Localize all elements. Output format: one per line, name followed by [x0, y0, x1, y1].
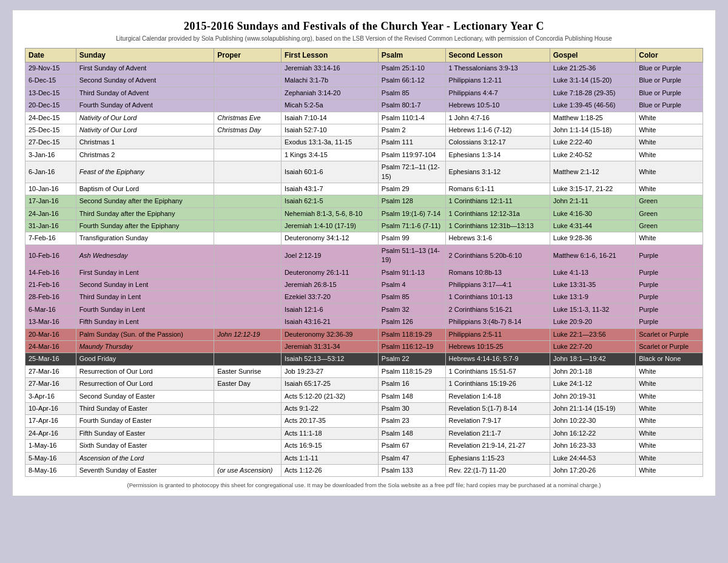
footer-text: (Permission is granted to photocopy this…	[25, 482, 703, 488]
cell-sunday: Fourth Sunday in Lent	[76, 303, 214, 315]
cell-sunday: Fourth Sunday of Advent	[76, 99, 214, 112]
cell-date: 7-Feb-16	[25, 232, 76, 244]
cell-gospel: Luke 4:31-44	[550, 220, 635, 232]
header-gospel: Gospel	[550, 49, 635, 62]
cell-proper	[214, 415, 281, 427]
cell-date: 14-Feb-16	[25, 266, 76, 278]
cell-first: Joel 2:12-19	[281, 244, 378, 266]
cell-date: 25-Dec-15	[25, 124, 76, 136]
cell-gospel: Matthew 2:1-12	[550, 161, 635, 183]
cell-sunday: Second Sunday after the Epiphany	[76, 195, 214, 207]
cell-second: Colossians 3:12-17	[445, 137, 550, 149]
cell-psalm: Psalm 85	[378, 291, 445, 303]
cell-sunday: Maundy Thursday	[76, 340, 214, 352]
cell-gospel: Matthew 6:1-6, 16-21	[550, 244, 635, 266]
cell-psalm: Psalm 118:19-29	[378, 328, 445, 340]
cell-gospel: Luke 9:28-36	[550, 232, 635, 244]
cell-second: Philippians 1:2-11	[445, 75, 550, 87]
table-row: 25-Mar-16 Good Friday Isaiah 52:13—53:12…	[25, 353, 703, 365]
cell-proper	[214, 303, 281, 315]
cell-second: Romans 10:8b-13	[445, 266, 550, 278]
cell-proper	[214, 402, 281, 414]
cell-proper	[214, 195, 281, 207]
cell-first: Isaiah 65:17-25	[281, 378, 378, 390]
cell-proper: (or use Ascension)	[214, 464, 281, 476]
cell-first: Acts 20:17-35	[281, 415, 378, 427]
cell-date: 20-Dec-15	[25, 99, 76, 112]
cell-color: White	[636, 112, 703, 124]
cell-sunday: Third Sunday after the Epiphany	[76, 207, 214, 220]
cell-color: Purple	[636, 279, 703, 291]
cell-date: 13-Mar-16	[25, 316, 76, 328]
cell-first: Isaiah 52:13—53:12	[281, 353, 378, 365]
cell-psalm: Psalm 19:(1-6) 7-14	[378, 207, 445, 220]
cell-psalm: Psalm 91:1-13	[378, 266, 445, 278]
cell-second: Romans 6:1-11	[445, 183, 550, 195]
cell-sunday: Nativity of Our Lord	[76, 112, 214, 124]
cell-date: 27-Dec-15	[25, 137, 76, 149]
header-date: Date	[25, 49, 76, 62]
cell-color: White	[636, 161, 703, 183]
cell-sunday: Resurrection of Our Lord	[76, 378, 214, 390]
cell-gospel: Luke 24:44-53	[550, 452, 635, 464]
cell-gospel: Luke 13:31-35	[550, 279, 635, 291]
table-row: 6-Mar-16 Fourth Sunday in Lent Isaiah 12…	[25, 303, 703, 315]
cell-proper: Easter Day	[214, 378, 281, 390]
cell-proper	[214, 279, 281, 291]
cell-date: 3-Jan-16	[25, 149, 76, 161]
cell-color: Green	[636, 220, 703, 232]
table-row: 24-Jan-16 Third Sunday after the Epiphan…	[25, 207, 703, 220]
table-header-row: Date Sunday Proper First Lesson Psalm Se…	[25, 49, 703, 62]
cell-gospel: Matthew 1:18-25	[550, 112, 635, 124]
cell-date: 10-Jan-16	[25, 183, 76, 195]
cell-first: Deuteronomy 34:1-12	[281, 232, 378, 244]
header-first: First Lesson	[281, 49, 378, 62]
cell-psalm: Psalm 111	[378, 137, 445, 149]
cell-proper	[214, 137, 281, 149]
cell-proper	[214, 266, 281, 278]
cell-first: Nehemiah 8:1-3, 5-6, 8-10	[281, 207, 378, 220]
cell-second: Revelation 21:1-7	[445, 427, 550, 439]
table-row: 10-Jan-16 Baptism of Our Lord Isaiah 43:…	[25, 183, 703, 195]
cell-second: Hebrews 4:14-16; 5:7-9	[445, 353, 550, 365]
cell-sunday: Fourth Sunday of Easter	[76, 415, 214, 427]
cell-color: White	[636, 402, 703, 414]
cell-color: Green	[636, 207, 703, 220]
cell-sunday: First Sunday in Lent	[76, 266, 214, 278]
cell-psalm: Psalm 99	[378, 232, 445, 244]
cell-first: Malachi 3:1-7b	[281, 75, 378, 87]
cell-second: Philippians 2:5-11	[445, 328, 550, 340]
cell-date: 27-Mar-16	[25, 365, 76, 377]
cell-psalm: Psalm 133	[378, 464, 445, 476]
cell-sunday: Fifth Sunday in Lent	[76, 316, 214, 328]
cell-color: White	[636, 464, 703, 476]
cell-proper	[214, 232, 281, 244]
table-row: 29-Nov-15 First Sunday of Advent Jeremia…	[25, 62, 703, 75]
cell-color: White	[636, 149, 703, 161]
cell-gospel: Luke 3:15-17, 21-22	[550, 183, 635, 195]
cell-first: Acts 9:1-22	[281, 402, 378, 414]
cell-second: Hebrews 10:5-10	[445, 99, 550, 112]
cell-date: 6-Mar-16	[25, 303, 76, 315]
cell-proper	[214, 353, 281, 365]
cell-psalm: Psalm 51:1–13 (14-19)	[378, 244, 445, 266]
cell-color: Blue or Purple	[636, 99, 703, 112]
cell-psalm: Psalm 126	[378, 316, 445, 328]
table-row: 13-Mar-16 Fifth Sunday in Lent Isaiah 43…	[25, 316, 703, 328]
cell-proper: John 12:12-19	[214, 328, 281, 340]
cell-psalm: Psalm 110:1-4	[378, 112, 445, 124]
cell-date: 25-Mar-16	[25, 353, 76, 365]
cell-proper	[214, 316, 281, 328]
table-row: 17-Apr-16 Fourth Sunday of Easter Acts 2…	[25, 415, 703, 427]
cell-sunday: Resurrection of Our Lord	[76, 365, 214, 377]
cell-proper	[214, 452, 281, 464]
cell-gospel: John 2:1-11	[550, 195, 635, 207]
cell-psalm: Psalm 2	[378, 124, 445, 136]
cell-first: Isaiah 12:1-6	[281, 303, 378, 315]
cell-gospel: Luke 20:9-20	[550, 316, 635, 328]
table-row: 1-May-16 Sixth Sunday of Easter Acts 16:…	[25, 440, 703, 452]
cell-sunday: Nativity of Our Lord	[76, 124, 214, 136]
cell-color: White	[636, 365, 703, 377]
cell-color: White	[636, 427, 703, 439]
cell-gospel: Luke 2:40-52	[550, 149, 635, 161]
